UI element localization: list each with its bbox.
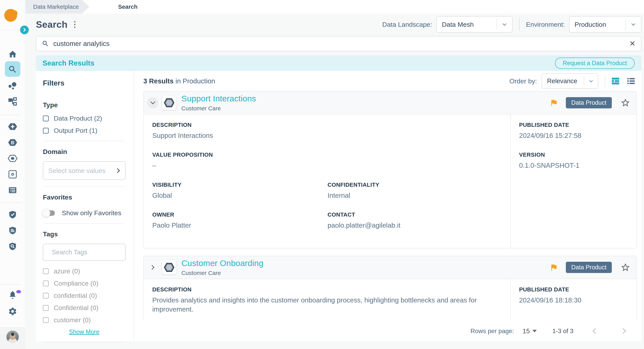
previous-page-button[interactable] xyxy=(591,327,598,335)
flag-icon[interactable] xyxy=(550,98,558,107)
data-product-hexagon-icon xyxy=(162,260,176,275)
domain-select[interactable]: Select some values xyxy=(43,161,126,180)
hexagon-eye-icon xyxy=(8,154,18,163)
page-menu-kebab-icon[interactable] xyxy=(73,20,76,29)
hexagon-b-icon: B xyxy=(8,138,18,147)
flag-icon[interactable] xyxy=(550,263,558,272)
rows-per-page-dropdown-icon[interactable] xyxy=(532,330,537,332)
card-list-icon xyxy=(8,186,17,195)
sidebar-item-governance-check[interactable] xyxy=(0,210,25,219)
rows-per-page-label: Rows per page: xyxy=(470,328,514,335)
filters-title: Filters xyxy=(43,79,126,87)
environment-label: Environment: xyxy=(526,21,565,28)
request-data-product-button[interactable]: Request a Data Product xyxy=(555,58,635,69)
favorites-toggle[interactable] xyxy=(43,210,55,216)
filter-type-output-port[interactable]: Output Port (1) xyxy=(43,127,126,134)
data-landscape-select[interactable]: Data Mesh xyxy=(436,16,512,32)
sidebar-item-automation[interactable] xyxy=(0,170,25,179)
checkbox[interactable] xyxy=(43,305,49,311)
shield-check-icon xyxy=(8,210,17,219)
checkbox[interactable] xyxy=(43,116,49,121)
next-page-button[interactable] xyxy=(620,327,628,335)
sidebar-item-home[interactable] xyxy=(0,50,25,59)
tag-option[interactable]: azure (0) xyxy=(43,267,126,275)
sidebar-expand-button[interactable] xyxy=(20,25,29,34)
home-icon xyxy=(8,50,17,59)
checkbox[interactable] xyxy=(43,128,49,134)
result-card: Support Interactions Customer Care Data … xyxy=(143,91,637,248)
filter-type-data-product[interactable]: Data Product (2) xyxy=(43,115,126,122)
sidebar-item-observe[interactable] xyxy=(0,154,25,163)
result-domain: Customer Care xyxy=(181,105,256,112)
result-card: Customer Onboarding Customer Care Data P… xyxy=(143,256,637,324)
filter-tags-label: Tags xyxy=(43,230,126,238)
gear-icon xyxy=(8,307,17,316)
shield-search-icon xyxy=(8,242,17,251)
svg-text:B: B xyxy=(11,140,14,145)
tag-option[interactable]: Compliance (0) xyxy=(43,280,126,287)
sidebar-item-governance-search[interactable] xyxy=(0,242,25,251)
list-view-toggle[interactable] xyxy=(626,77,636,85)
field-value-proposition: VALUE PROPOSITION – xyxy=(152,152,503,170)
type-badge: Data Product xyxy=(566,97,612,108)
search-input[interactable] xyxy=(53,40,629,47)
clear-search-icon[interactable]: ✕ xyxy=(629,40,636,47)
expand-button[interactable] xyxy=(147,262,158,273)
breadcrumb-root[interactable]: Data Marketplace xyxy=(26,0,90,13)
sidebar: B xyxy=(0,0,25,349)
hexagon-plus-icon xyxy=(8,122,18,131)
environment-select[interactable]: Production xyxy=(569,16,641,32)
field-version: VERSION 0.1.0-SNAPSHOT-1 xyxy=(519,152,632,170)
checkbox[interactable] xyxy=(43,293,49,299)
field-description: DESCRIPTION Support Interactions xyxy=(152,122,503,140)
field-confidentiality: CONFIDENTIALITY Internal xyxy=(328,182,503,212)
collapse-button[interactable] xyxy=(147,97,158,108)
page-header: Search Data Landscape: Data Mesh Environ… xyxy=(36,15,641,34)
field-published-date: PUBLISHED DATE 2024/09/16 15:27:58 xyxy=(519,122,632,140)
result-title-link[interactable]: Customer Onboarding xyxy=(181,259,264,268)
hierarchy-icon xyxy=(8,97,17,106)
sidebar-item-builder[interactable]: B xyxy=(0,138,25,147)
show-more-link[interactable]: Show More xyxy=(69,329,100,335)
result-card-header: Support Interactions Customer Care Data … xyxy=(144,91,636,114)
sidebar-item-notifications[interactable] xyxy=(0,291,25,300)
chevron-down-icon xyxy=(150,101,155,104)
data-product-hexagon-icon xyxy=(162,96,176,110)
sidebar-item-settings[interactable] xyxy=(0,307,25,316)
sidebar-item-search[interactable] xyxy=(0,65,25,74)
order-by-select[interactable]: Relevance xyxy=(542,73,598,89)
checkbox[interactable] xyxy=(43,281,49,286)
tag-option[interactable]: Confidential (0) xyxy=(43,304,126,312)
gear-square-icon xyxy=(8,170,17,179)
shield-doc-icon xyxy=(8,226,17,235)
tag-option[interactable]: customer (0) xyxy=(43,316,126,324)
chevron-right-icon xyxy=(22,27,26,32)
user-avatar[interactable] xyxy=(6,331,19,343)
checkbox[interactable] xyxy=(43,317,49,323)
chevron-right-icon xyxy=(620,327,628,335)
pagination-bar: Rows per page: 15 1-3 of 3 xyxy=(134,321,641,341)
results-banner: Search Results Request a Data Product xyxy=(36,55,641,71)
list-view-icon xyxy=(626,77,636,85)
tag-option[interactable]: confidential (0) xyxy=(43,292,126,299)
rows-per-page-value[interactable]: 15 xyxy=(522,327,530,335)
sidebar-item-catalog[interactable] xyxy=(0,186,25,195)
sidebar-item-create[interactable] xyxy=(0,122,25,131)
search-icon xyxy=(42,40,49,47)
favorite-star-icon[interactable] xyxy=(620,98,630,108)
chevron-left-icon xyxy=(591,327,598,335)
checkbox[interactable] xyxy=(43,268,49,274)
chevron-right-icon xyxy=(151,265,154,270)
sidebar-item-governance-policies[interactable] xyxy=(0,226,25,235)
sidebar-item-marketplace[interactable] xyxy=(0,81,25,90)
result-title-link[interactable]: Support Interactions xyxy=(181,94,256,103)
notification-badge xyxy=(16,290,21,293)
results-count: 3 Results xyxy=(143,77,174,85)
filter-domain-label: Domain xyxy=(43,148,126,155)
app-logo-icon[interactable] xyxy=(4,7,24,24)
sidebar-item-hierarchy[interactable] xyxy=(0,97,25,106)
card-view-toggle[interactable] xyxy=(611,77,620,85)
favorite-star-icon[interactable] xyxy=(620,262,630,272)
breadcrumb: Data Marketplace Search xyxy=(26,0,644,13)
tags-search-input[interactable] xyxy=(52,249,134,256)
